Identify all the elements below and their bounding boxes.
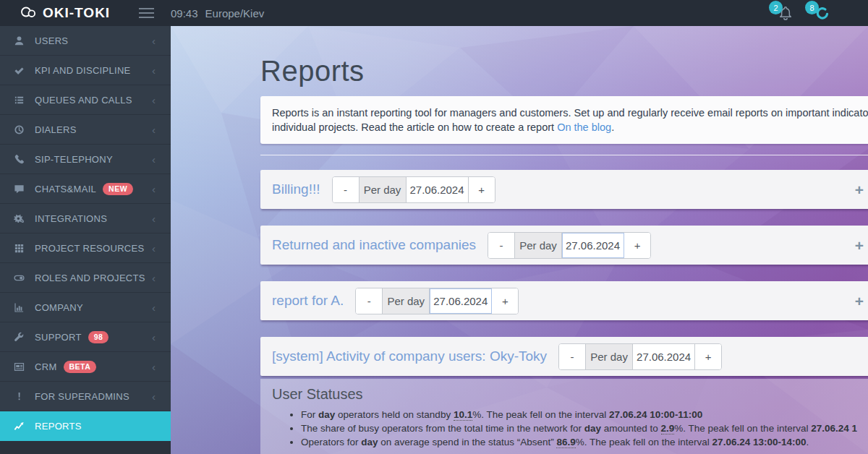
chevron-left-icon: ‹ [152,390,156,403]
status-bullet: The share of busy operators from the tot… [301,421,868,435]
decrease-date-button[interactable]: - [356,288,382,314]
period-button[interactable]: Per day [359,177,407,202]
sidebar-item-queues-and-calls[interactable]: QUEUES AND CALLS ‹ [0,85,171,115]
sidebar-item-label: COMPANY [35,302,83,313]
news-icon [13,361,25,373]
report-card: report for A. - Per day + + [260,281,868,320]
sidebar-item-crm[interactable]: CRM BETA ‹ [0,352,171,382]
reports-list: Billing!!! - Per day + + Returned and in… [260,170,868,376]
current-time: 09:43 [171,7,198,20]
sidebar-item-label: ROLES AND PROJECTS [35,273,145,283]
decrease-date-button[interactable]: - [559,344,585,369]
hamburger-menu-icon[interactable] [122,0,171,26]
period-control-group: - Per day + [332,176,495,203]
add-report-icon[interactable]: + [855,238,864,253]
period-button[interactable]: Per day [514,233,562,258]
topbar: OKI-TOKI 09:43 Europe/Kiev 2 8 [0,0,868,26]
sidebar-item-sip-telephony[interactable]: SIP-TELEPHONY ‹ [0,145,171,174]
chat-icon [13,183,25,195]
chevron-left-icon: ‹ [152,35,156,47]
status-bullet: For day operators held on standby 10.1%.… [301,408,868,421]
sidebar: USERS ‹ KPI AND DISCIPLINE ‹ QUEUES AND … [0,26,171,454]
sidebar-item-label: PROJECT RESOURCES [35,243,145,254]
chevron-left-icon: ‹ [152,153,156,166]
main-area: Reports Reports is an instant reporting … [171,26,868,454]
status-bullet: Operators for day on average spend in th… [301,435,868,449]
period-button[interactable]: Per day [585,344,633,369]
report-title-link[interactable]: Billing!!! [272,181,320,197]
check-icon [13,64,25,77]
chevron-left-icon: ‹ [152,272,156,284]
sidebar-item-roles-and-projects[interactable]: ROLES AND PROJECTS ‹ [0,263,171,293]
clock-icon [13,124,25,136]
user-statuses-panel: User Statuses For day operators held on … [260,379,868,454]
toggle-icon [13,272,25,284]
sidebar-item-label: INTEGRATIONS [35,213,107,224]
phone-icon [13,153,25,166]
date-input[interactable] [633,344,695,369]
sidebar-item-support[interactable]: SUPPORT 98 ‹ [0,322,171,352]
sidebar-badge: BETA [64,361,97,373]
gears-icon [13,213,25,225]
add-report-icon[interactable]: + [855,182,864,197]
period-control-group: - Per day + [488,232,651,259]
sidebar-item-label: CRM [35,361,57,372]
date-input[interactable] [407,177,469,202]
report-title-link[interactable]: Returned and inactive companies [272,237,476,253]
sidebar-item-label: QUEUES AND CALLS [35,95,132,106]
increase-date-button[interactable]: + [695,344,721,369]
decrease-date-button[interactable]: - [488,233,514,258]
add-report-icon[interactable]: + [855,294,864,309]
app-window: OKI-TOKI 09:43 Europe/Kiev 2 8 USERS ‹ [0,0,868,454]
period-control-group: - Per day + [558,343,722,370]
sidebar-item-chats-mail[interactable]: CHATS&MAIL NEW ‹ [0,174,171,204]
history-icon[interactable]: 8 [813,4,830,22]
date-input[interactable] [430,288,492,314]
report-title-link[interactable]: [system] Activity of company users: Oky-… [272,348,547,364]
sidebar-item-label: SIP-TELEPHONY [35,154,113,165]
chart-line-icon [13,420,25,432]
logo[interactable]: OKI-TOKI [0,5,122,21]
chevron-left-icon: ‹ [152,124,156,136]
sidebar-item-label: KPI AND DISCIPLINE [35,65,131,76]
logo-text: OKI-TOKI [43,5,110,21]
increase-date-button[interactable]: + [492,288,518,314]
sidebar-item-company[interactable]: COMPANY ‹ [0,293,171,322]
increase-date-button[interactable]: + [469,177,495,202]
sidebar-item-label: CHATS&MAIL [35,184,96,194]
sidebar-item-project-resources[interactable]: PROJECT RESOURCES ‹ [0,234,171,263]
notifications-bell-icon[interactable]: 2 [777,4,794,22]
exclamation-icon [13,390,25,403]
chevron-left-icon: ‹ [152,331,156,343]
sidebar-item-for-superadmins[interactable]: FOR SUPERADMINS ‹ [0,382,171,411]
user-icon [13,35,25,47]
chevron-left-icon: ‹ [152,64,156,77]
period-button[interactable]: Per day [382,288,430,314]
date-input[interactable] [562,233,624,258]
sidebar-item-label: FOR SUPERADMINS [35,391,129,402]
sidebar-item-integrations[interactable]: INTEGRATIONS ‹ [0,204,171,234]
report-title-link[interactable]: report for A. [272,293,344,309]
sidebar-item-users[interactable]: USERS ‹ [0,26,171,56]
grid-icon [13,242,25,254]
chevron-left-icon: ‹ [152,242,156,254]
sidebar-item-reports[interactable]: REPORTS ‹ [0,411,171,441]
report-card: Returned and inactive companies - Per da… [260,226,868,265]
sidebar-item-label: DIALERS [35,124,77,135]
sidebar-item-label: SUPPORT [35,332,82,343]
user-statuses-list: For day operators held on standby 10.1%.… [301,408,868,449]
sidebar-item-dialers[interactable]: DIALERS ‹ [0,115,171,145]
period-control-group: - Per day + [355,288,519,314]
sidebar-item-kpi-and-discipline[interactable]: KPI AND DISCIPLINE ‹ [0,56,171,85]
increase-date-button[interactable]: + [624,233,650,258]
chevron-left-icon: ‹ [152,301,156,314]
history-badge: 8 [805,1,819,14]
wrench-icon [13,331,25,343]
report-card: Billing!!! - Per day + + [260,170,868,209]
blog-link[interactable]: On the blog [557,121,611,133]
intro-line-2: individual projects. Read the article on… [272,120,868,134]
intro-line-1: Reports is an instant reporting tool for… [272,106,868,120]
user-statuses-heading: User Statuses [272,386,868,403]
chart-bar-icon [13,301,25,314]
decrease-date-button[interactable]: - [333,177,359,202]
